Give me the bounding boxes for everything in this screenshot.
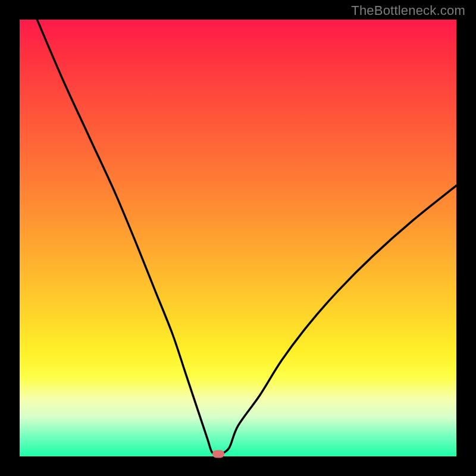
curve-svg	[20, 20, 456, 456]
bottleneck-curve-path	[37, 20, 456, 455]
plot-area	[20, 20, 456, 456]
minimum-marker	[212, 450, 224, 458]
chart-frame: TheBottleneck.com	[0, 0, 476, 476]
watermark-text: TheBottleneck.com	[351, 3, 465, 18]
